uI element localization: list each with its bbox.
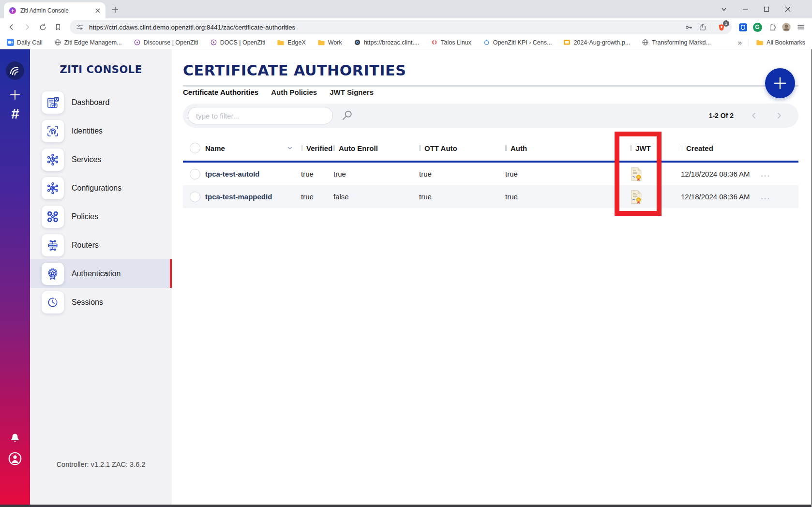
bookmark-edgex[interactable]: EdgeX — [277, 39, 306, 46]
bookmark-talos-linux[interactable]: Talos Linux — [431, 39, 471, 46]
share-icon[interactable] — [698, 23, 707, 31]
folder-icon — [317, 39, 325, 46]
extensions-puzzle-icon[interactable] — [766, 21, 778, 33]
new-tab-button[interactable] — [108, 3, 122, 16]
openziti-icon — [134, 39, 141, 46]
sidebar-item-authentication[interactable]: Authentication — [30, 259, 172, 288]
bitwarden-extension-icon[interactable] — [737, 21, 749, 33]
row-checkbox[interactable] — [190, 169, 200, 179]
zoom-app-icon — [7, 39, 14, 46]
bookmark-brozac[interactable]: https://brozac.clint.... — [354, 39, 420, 46]
bookmark-flag-icon[interactable] — [51, 20, 65, 34]
plus-icon — [772, 75, 788, 91]
certificate-file-icon[interactable] — [630, 167, 643, 181]
tab-certificate-authorities[interactable]: Certificate Authorities — [183, 88, 258, 97]
row-actions-menu[interactable]: ... — [761, 192, 770, 202]
row-created: 12/18/2024 08:36 AM — [676, 193, 755, 201]
profile-person-icon[interactable] — [7, 451, 23, 466]
openziti-icon — [210, 39, 217, 46]
maximize-button[interactable] — [756, 0, 777, 18]
ziti-console-app: # ZITI CONSOLE Dashboard — [0, 49, 812, 507]
tab-search-chevron-icon[interactable] — [713, 0, 735, 18]
row-actions-menu[interactable]: ... — [761, 169, 770, 179]
search-icon[interactable] — [341, 109, 353, 122]
tab-strip: Ziti Admin Console — [0, 0, 812, 18]
column-header-auto-enroll[interactable]: Auto Enroll — [329, 144, 414, 152]
sidebar-item-label: Sessions — [72, 298, 103, 307]
tab-close-icon[interactable] — [94, 7, 102, 15]
folder-icon — [756, 39, 764, 46]
bookmark-daily-call[interactable]: Daily Call — [7, 39, 43, 46]
back-icon[interactable] — [5, 20, 18, 34]
bookmark-transforming-markdown[interactable]: Transforming Markd... — [642, 39, 711, 46]
password-key-icon[interactable] — [684, 23, 693, 32]
pagination-prev-icon[interactable] — [749, 111, 759, 120]
sidebar-item-configurations[interactable]: Configurations — [30, 174, 172, 202]
browser-window: Ziti Admin Console https://ctrl.cdaws.cl… — [0, 0, 812, 507]
omnibox-divider — [712, 23, 712, 31]
notifications-bell-icon[interactable] — [8, 432, 22, 445]
bookmark-2024-aug-growth[interactable]: 2024-Aug-growth.p... — [563, 39, 630, 46]
sidebar-item-services[interactable]: Services — [30, 145, 172, 174]
column-header-ott-auto[interactable]: OTT Auto — [414, 144, 500, 152]
network-icon — [42, 149, 64, 171]
fingerprint-icon — [42, 120, 64, 142]
column-separator — [681, 145, 682, 151]
all-bookmarks-button[interactable]: All Bookmarks — [756, 39, 805, 46]
router-icon — [42, 234, 64, 256]
sidebar: ZITI CONSOLE Dashboard Identities — [30, 49, 172, 507]
grammarly-extension-icon[interactable]: G — [751, 21, 764, 33]
column-header-name[interactable]: Name — [205, 144, 297, 152]
table-row[interactable]: tpca-test-autoId true true true true 12/… — [183, 163, 798, 185]
bookmark-openziti-kpi[interactable]: OpenZiti KPI › Cens... — [483, 39, 552, 46]
profile-avatar[interactable] — [780, 21, 793, 33]
bookmarks-overflow-chevron[interactable]: » — [738, 38, 742, 46]
filter-input[interactable] — [188, 107, 333, 124]
bookmark-docs-openziti[interactable]: DOCS | OpenZiti — [210, 39, 266, 46]
forward-icon[interactable] — [20, 20, 34, 34]
row-name: tpca-test-autoId — [205, 170, 297, 178]
sidebar-item-dashboard[interactable]: Dashboard — [30, 88, 172, 117]
certificate-file-icon[interactable] — [630, 190, 643, 204]
tab-jwt-signers[interactable]: JWT Signers — [330, 88, 374, 97]
close-button[interactable] — [777, 0, 798, 18]
site-controls-icon[interactable] — [75, 23, 84, 31]
sort-chevron-icon[interactable] — [286, 145, 293, 151]
row-ott-auto: true — [414, 170, 500, 178]
brave-shield-icon[interactable]: 1 — [717, 23, 726, 32]
ziti-logo-icon[interactable] — [5, 61, 25, 80]
bookmark-ziti-edge[interactable]: Ziti Edge Managem... — [54, 39, 122, 46]
column-header-created[interactable]: Created — [676, 144, 755, 152]
table-row[interactable]: tpca-test-mappedId true false true true … — [183, 185, 798, 208]
address-bar[interactable]: https://ctrl.cdaws.clint.demo.openziti.o… — [70, 20, 732, 34]
sidebar-item-identities[interactable]: Identities — [30, 117, 172, 145]
bookmark-work[interactable]: Work — [317, 39, 342, 46]
page-title: CERTIFICATE AUTHORITIES — [183, 63, 798, 78]
sidebar-item-label: Authentication — [72, 269, 120, 278]
sidebar-item-label: Configurations — [72, 184, 121, 193]
section-tabs: Certificate Authorities Auth Policies JW… — [183, 88, 798, 97]
sidebar-item-sessions[interactable]: Sessions — [30, 288, 172, 316]
row-verified: true — [297, 193, 329, 201]
menu-hamburger-icon[interactable] — [795, 21, 807, 33]
pagination-next-icon[interactable] — [774, 111, 784, 120]
row-checkbox[interactable] — [190, 192, 200, 202]
tab-title: Ziti Admin Console — [20, 7, 90, 14]
reload-icon[interactable] — [36, 20, 49, 34]
select-all-checkbox[interactable] — [190, 143, 200, 153]
add-certificate-authority-button[interactable] — [765, 68, 795, 98]
column-header-verified[interactable]: Verified — [297, 144, 329, 152]
shield-badge: 1 — [723, 20, 729, 27]
main-content: CERTIFICATE AUTHORITIES Certificate Auth… — [172, 49, 811, 507]
minimize-button[interactable] — [735, 0, 756, 18]
sidebar-item-label: Services — [72, 155, 101, 164]
sidebar-item-routers[interactable]: Routers — [30, 231, 172, 259]
bookmark-discourse-openziti[interactable]: Discourse | OpenZiti — [134, 39, 198, 46]
rail-add-icon[interactable] — [9, 89, 21, 101]
browser-tab[interactable]: Ziti Admin Console — [4, 2, 105, 18]
column-header-auth[interactable]: Auth — [500, 144, 626, 152]
tab-auth-policies[interactable]: Auth Policies — [271, 88, 317, 97]
column-header-jwt[interactable]: JWT — [626, 144, 676, 152]
rail-hash-icon[interactable]: # — [11, 106, 19, 121]
sidebar-item-policies[interactable]: Policies — [30, 202, 172, 231]
